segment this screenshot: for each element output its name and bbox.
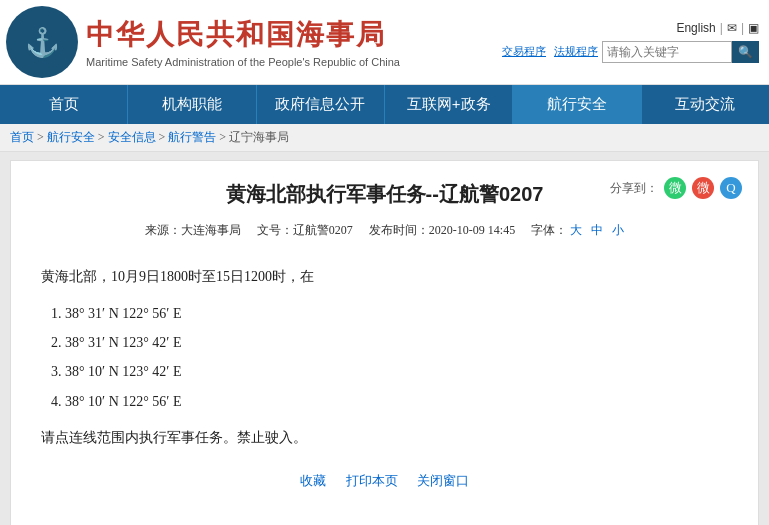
meta-date: 发布时间：2020-10-09 14:45 (369, 222, 515, 239)
font-small-button[interactable]: 小 (612, 223, 624, 237)
breadcrumb-safety[interactable]: 航行安全 (47, 130, 95, 144)
font-medium-button[interactable]: 中 (591, 223, 603, 237)
doc-label: 文号： (257, 223, 293, 237)
logo: ⚓ (6, 6, 78, 78)
font-large-button[interactable]: 大 (570, 223, 582, 237)
nav-nav-safety[interactable]: 航行安全 (513, 85, 641, 124)
nav-internet-plus[interactable]: 互联网+政务 (385, 85, 513, 124)
nav-interaction[interactable]: 互动交流 (642, 85, 769, 124)
logo-icon: ⚓ (25, 26, 60, 59)
site-header: ⚓ 中华人民共和国海事局 Maritime Safety Administrat… (0, 0, 769, 85)
meta-source: 来源：大连海事局 (145, 222, 241, 239)
share-qq-button[interactable]: Q (720, 177, 742, 199)
language-switch[interactable]: English (676, 21, 715, 35)
email-icon[interactable]: ✉ (727, 21, 737, 35)
article-footer: 收藏 打印本页 关闭窗口 (41, 472, 728, 490)
date-value: 2020-10-09 14:45 (429, 223, 515, 237)
search-button[interactable]: 🔍 (732, 41, 759, 63)
body-intro: 黄海北部，10月9日1800时至15日1200时，在 (41, 263, 728, 291)
doc-value: 辽航警0207 (293, 223, 353, 237)
search-link-2[interactable]: 法规程序 (554, 44, 598, 59)
main-content: 分享到： 微 微 Q 黄海北部执行军事任务--辽航警0207 来源：大连海事局 … (10, 160, 759, 525)
date-label: 发布时间： (369, 223, 429, 237)
main-nav: 首页 机构职能 政府信息公开 互联网+政务 航行安全 互动交流 (0, 85, 769, 124)
header-left: ⚓ 中华人民共和国海事局 Maritime Safety Administrat… (0, 6, 400, 78)
font-size-control: 字体： 大 中 小 (531, 222, 624, 239)
print-icon[interactable]: ▣ (748, 21, 759, 35)
bookmark-link[interactable]: 收藏 (300, 473, 326, 488)
share-bar: 分享到： 微 微 Q (610, 177, 742, 199)
share-wechat-button[interactable]: 微 (664, 177, 686, 199)
source-value: 大连海事局 (181, 223, 241, 237)
breadcrumb-home[interactable]: 首页 (10, 130, 34, 144)
search-link-1[interactable]: 交易程序 (502, 44, 546, 59)
breadcrumb-nav-warning[interactable]: 航行警告 (168, 130, 216, 144)
coord-2: 2. 38° 31′ N 123° 42′ E (51, 330, 728, 355)
coord-4: 4. 38° 10′ N 122° 56′ E (51, 389, 728, 414)
article-meta: 来源：大连海事局 文号：辽航警0207 发布时间：2020-10-09 14:4… (41, 222, 728, 239)
header-title: 中华人民共和国海事局 Maritime Safety Administratio… (86, 16, 400, 68)
nav-org[interactable]: 机构职能 (128, 85, 256, 124)
site-title-en: Maritime Safety Administration of the Pe… (86, 56, 400, 68)
nav-gov-info[interactable]: 政府信息公开 (257, 85, 385, 124)
share-label: 分享到： (610, 180, 658, 197)
breadcrumb: 首页 > 航行安全 > 安全信息 > 航行警告 > 辽宁海事局 (0, 124, 769, 152)
close-link[interactable]: 关闭窗口 (417, 473, 469, 488)
coordinate-list: 1. 38° 31′ N 122° 56′ E 2. 38° 31′ N 123… (41, 301, 728, 414)
header-top-links: English | ✉ | ▣ (676, 21, 759, 35)
header-search-area: 交易程序 法规程序 🔍 (502, 41, 759, 63)
print-link[interactable]: 打印本页 (346, 473, 398, 488)
share-weibo-button[interactable]: 微 (692, 177, 714, 199)
search-input[interactable] (602, 41, 732, 63)
header-right: English | ✉ | ▣ 交易程序 法规程序 🔍 (502, 21, 759, 63)
search-box: 🔍 (602, 41, 759, 63)
source-label: 来源： (145, 223, 181, 237)
article-body: 黄海北部，10月9日1800时至15日1200时，在 1. 38° 31′ N … (41, 263, 728, 452)
body-closing: 请点连线范围内执行军事任务。禁止驶入。 (41, 424, 728, 452)
site-title-cn: 中华人民共和国海事局 (86, 16, 400, 54)
breadcrumb-safety-info[interactable]: 安全信息 (108, 130, 156, 144)
meta-doc: 文号：辽航警0207 (257, 222, 353, 239)
search-quick-links: 交易程序 法规程序 (502, 44, 598, 59)
nav-home[interactable]: 首页 (0, 85, 128, 124)
breadcrumb-current: 辽宁海事局 (229, 130, 289, 144)
coord-1: 1. 38° 31′ N 122° 56′ E (51, 301, 728, 326)
font-label: 字体： (531, 223, 567, 237)
coord-3: 3. 38° 10′ N 123° 42′ E (51, 359, 728, 384)
